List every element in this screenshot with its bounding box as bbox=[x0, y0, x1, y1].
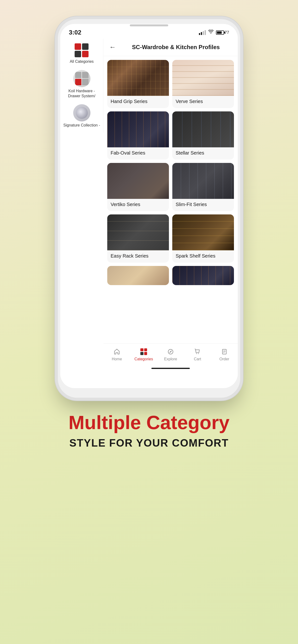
phone-notch bbox=[130, 24, 168, 26]
product-card-easy-rack[interactable]: Easy Rack Series bbox=[107, 214, 169, 262]
sidebar-item-koil-hardware[interactable]: Koil Hardware - Drawer System/ bbox=[60, 70, 103, 99]
sidebar-item-signature-collection[interactable]: Signature Collection - bbox=[61, 104, 102, 128]
promo-subtitle: STYLE FOR YOUR COMFORT bbox=[68, 437, 229, 449]
logo-cell-2 bbox=[82, 43, 89, 50]
battery-percent: 77 bbox=[225, 30, 229, 35]
back-button[interactable]: ← bbox=[109, 43, 116, 51]
product-grid-container: Hand Grip Series Verve Series Fab-Oval S… bbox=[103, 56, 238, 343]
home-icon bbox=[112, 348, 121, 356]
product-label-fab-oval: Fab-Oval Series bbox=[107, 147, 169, 160]
logo-cell-3 bbox=[75, 51, 81, 57]
product-card-stellar[interactable]: Stellar Series bbox=[172, 112, 234, 160]
home-indicator bbox=[103, 367, 238, 369]
bottom-promo: Multiple Category STYLE FOR YOUR COMFORT bbox=[54, 412, 244, 449]
explore-icon bbox=[166, 348, 175, 356]
product-image-easy-rack bbox=[107, 214, 169, 250]
koil-hardware-thumb bbox=[73, 70, 90, 87]
svg-point-2 bbox=[198, 353, 199, 354]
product-card-vertiko[interactable]: Vertiko Series bbox=[107, 163, 169, 211]
header: ← SC-Wardrobe & Kitchen Profiles bbox=[103, 38, 238, 56]
product-card-verve[interactable]: Verve Series bbox=[172, 60, 234, 108]
product-card-hand-grip[interactable]: Hand Grip Series bbox=[107, 60, 169, 108]
all-categories-label: All Categories bbox=[70, 59, 94, 64]
product-card-partial-2[interactable] bbox=[172, 266, 234, 285]
battery-icon: 77 bbox=[216, 30, 229, 35]
order-icon bbox=[220, 348, 229, 356]
phone-shell: 3:02 77 bbox=[58, 19, 240, 398]
product-label-verve: Verve Series bbox=[172, 96, 234, 108]
product-label-hand-grip: Hand Grip Series bbox=[107, 96, 169, 108]
signature-collection-label: Signature Collection - bbox=[63, 123, 100, 128]
sidebar-item-all-categories[interactable]: All Categories bbox=[70, 43, 94, 64]
product-image-slim-fit bbox=[172, 163, 234, 199]
product-card-partial-1[interactable] bbox=[107, 266, 169, 285]
nav-item-home[interactable]: Home bbox=[103, 348, 130, 361]
logo-cell-4 bbox=[82, 51, 89, 57]
nav-label-home: Home bbox=[112, 357, 122, 361]
product-image-hand-grip bbox=[107, 60, 169, 96]
nav-label-cart: Cart bbox=[194, 357, 201, 361]
header-title: SC-Wardrobe & Kitchen Profiles bbox=[120, 44, 232, 50]
cart-icon bbox=[193, 348, 202, 356]
product-label-vertiko: Vertiko Series bbox=[107, 199, 169, 211]
koil-hardware-label: Koil Hardware - Drawer System/ bbox=[63, 89, 101, 99]
product-label-easy-rack: Easy Rack Series bbox=[107, 250, 169, 262]
product-label-stellar: Stellar Series bbox=[172, 147, 234, 160]
nav-item-order[interactable]: Order bbox=[211, 348, 238, 361]
status-time: 3:02 bbox=[69, 29, 81, 36]
nav-label-order: Order bbox=[220, 357, 229, 361]
nav-item-categories[interactable]: Categories bbox=[130, 348, 157, 361]
sidebar: All Categories Koil Hardware - Drawer Sy… bbox=[60, 38, 103, 133]
signature-thumb bbox=[73, 104, 90, 122]
app-content: All Categories Koil Hardware - Drawer Sy… bbox=[60, 38, 238, 369]
promo-title: Multiple Category bbox=[68, 412, 229, 433]
sidebar-wrapper: All Categories Koil Hardware - Drawer Sy… bbox=[60, 38, 103, 369]
product-image-stellar bbox=[172, 112, 234, 147]
categories-icon bbox=[139, 348, 148, 356]
bottom-nav: Home Categories bbox=[103, 343, 238, 367]
product-image-spark-shelf bbox=[172, 214, 234, 250]
product-image-partial-2 bbox=[172, 266, 234, 285]
signal-icon bbox=[199, 30, 206, 35]
product-image-fab-oval bbox=[107, 112, 169, 147]
main-panel: ← SC-Wardrobe & Kitchen Profiles Hand Gr… bbox=[103, 38, 238, 369]
product-image-verve bbox=[172, 60, 234, 96]
nav-label-explore: Explore bbox=[164, 357, 177, 361]
logo-icon bbox=[75, 43, 89, 57]
product-image-vertiko bbox=[107, 163, 169, 199]
product-image-partial-1 bbox=[107, 266, 169, 285]
svg-point-1 bbox=[196, 353, 197, 354]
product-card-fab-oval[interactable]: Fab-Oval Series bbox=[107, 112, 169, 160]
nav-item-cart[interactable]: Cart bbox=[184, 348, 211, 361]
product-label-slim-fit: Slim-Fit Series bbox=[172, 199, 234, 211]
status-icons: 77 bbox=[199, 30, 229, 35]
product-card-spark-shelf[interactable]: Spark Shelf Series bbox=[172, 214, 234, 262]
nav-label-categories: Categories bbox=[134, 357, 153, 361]
screen: 3:02 77 bbox=[60, 24, 238, 388]
svg-point-0 bbox=[168, 349, 173, 354]
logo-cell-1 bbox=[75, 43, 81, 50]
home-indicator-bar bbox=[152, 368, 190, 369]
wifi-icon bbox=[208, 30, 214, 35]
product-label-spark-shelf: Spark Shelf Series bbox=[172, 250, 234, 262]
product-grid: Hand Grip Series Verve Series Fab-Oval S… bbox=[107, 60, 234, 285]
nav-item-explore[interactable]: Explore bbox=[157, 348, 184, 361]
product-card-slim-fit[interactable]: Slim-Fit Series bbox=[172, 163, 234, 211]
